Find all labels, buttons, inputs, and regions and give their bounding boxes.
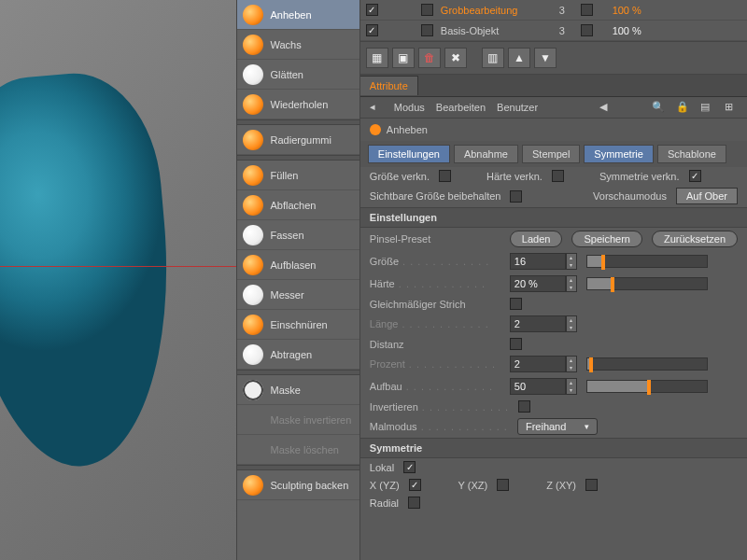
subtab-schablone[interactable]: Schablone — [657, 145, 726, 163]
history-icon[interactable]: ◀ — [599, 101, 613, 114]
checkbox-z-xy[interactable] — [585, 479, 598, 491]
tool-glätten[interactable]: Glätten — [237, 60, 359, 90]
tool-label: Abflachen — [271, 200, 317, 211]
tool-label: Maske — [271, 385, 301, 396]
preview-mode-button[interactable]: Auf Ober — [676, 188, 738, 204]
label-percent: Prozent — [370, 358, 500, 370]
tool-messer[interactable]: Messer — [237, 280, 359, 310]
layer-solo-checkbox[interactable] — [421, 24, 433, 36]
layer-lock-checkbox[interactable] — [581, 24, 593, 36]
size-field[interactable]: ▴▾ — [510, 253, 577, 270]
save-button[interactable]: Speichern — [571, 231, 642, 247]
label-buildup: Aufbau — [370, 381, 500, 392]
tool-wachs[interactable]: Wachs — [237, 30, 359, 60]
tool-abflachen[interactable]: Abflachen — [237, 190, 359, 220]
subtab-abnahme[interactable]: Abnahme — [454, 145, 518, 163]
lock-icon[interactable]: 🔒 — [676, 101, 689, 114]
size-slider[interactable] — [586, 255, 708, 268]
label-z-xy: Z (XY) — [546, 480, 576, 491]
size-row: Größe ▴▾ — [360, 250, 747, 273]
checkbox-y-xz[interactable] — [497, 479, 509, 491]
tool-maske-invertieren[interactable]: Maske invertieren — [237, 405, 359, 435]
tool-aufblasen[interactable]: Aufblasen — [237, 250, 359, 280]
viewport-3d[interactable] — [0, 0, 236, 560]
add-layer-icon[interactable]: ▦ — [366, 48, 388, 68]
subtab-stempel[interactable]: Stempel — [522, 145, 580, 163]
tool-label: Glätten — [271, 69, 303, 80]
menu-bearbeiten[interactable]: Bearbeiten — [436, 102, 486, 113]
settings-icon[interactable]: ▤ — [700, 101, 713, 114]
delete-layer-icon[interactable]: 🗑 — [418, 48, 441, 68]
tool-icon — [243, 165, 263, 186]
checkbox-distance[interactable] — [510, 338, 522, 350]
tool-icon — [243, 255, 263, 275]
checkbox-radial[interactable] — [408, 497, 420, 509]
hardness-slider[interactable] — [586, 277, 708, 290]
prev-icon[interactable]: ◂ — [370, 101, 383, 114]
percent-row: Prozent ▴▾ — [360, 353, 747, 375]
length-field[interactable]: ▴▾ — [510, 315, 577, 332]
subtab-symmetrie[interactable]: Symmetrie — [584, 145, 654, 163]
label-size-link: Größe verkn. — [370, 171, 430, 182]
layer-solo-checkbox[interactable] — [421, 4, 433, 16]
checkbox-keep-visible-size[interactable] — [510, 190, 522, 203]
menu-modus[interactable]: Modus — [394, 102, 425, 113]
layer-row[interactable]: ✓Basis-Objekt3100 % — [360, 21, 747, 41]
subtab-einstellungen[interactable]: Einstellungen — [368, 145, 450, 163]
layer-level: 3 — [551, 25, 573, 36]
load-button[interactable]: Laden — [510, 231, 563, 247]
percent-slider[interactable] — [586, 357, 708, 371]
bake-icon[interactable]: ▥ — [482, 48, 504, 68]
clear-layer-icon[interactable]: ✖ — [444, 48, 467, 68]
tool-label: Maske löschen — [271, 444, 339, 455]
checkbox-invert[interactable] — [518, 400, 530, 413]
hardness-field[interactable]: ▴▾ — [510, 275, 577, 292]
checkbox-hard-link[interactable] — [552, 170, 564, 182]
object-header: Anheben — [360, 119, 747, 141]
percent-field[interactable]: ▴▾ — [510, 356, 577, 372]
tool-icon — [243, 130, 263, 150]
tab-attribute[interactable]: Attribute — [360, 76, 418, 95]
tool-einschnüren[interactable]: Einschnüren — [237, 310, 359, 340]
checkbox-local[interactable]: ✓ — [403, 461, 416, 473]
layer-lock-checkbox[interactable] — [581, 4, 593, 16]
section-einstellungen: Einstellungen — [360, 207, 747, 228]
distance-row: Distanz — [360, 335, 747, 353]
subdivide-up-icon[interactable]: ▲ — [508, 48, 530, 68]
label-x-yz: X (YZ) — [370, 480, 400, 491]
search-icon[interactable]: 🔍 — [652, 101, 665, 114]
expand-icon[interactable]: ⊞ — [725, 101, 738, 114]
tool-wiederholen[interactable]: Wiederholen — [237, 90, 359, 119]
tool-icon — [243, 225, 263, 245]
buildup-slider[interactable] — [586, 380, 708, 393]
subdivide-down-icon[interactable]: ▼ — [534, 48, 557, 68]
checkbox-even-stroke[interactable] — [510, 298, 522, 310]
radial-row: Radial — [360, 494, 747, 511]
layer-visible-checkbox[interactable]: ✓ — [366, 4, 378, 16]
label-size: Größe — [370, 256, 500, 267]
tool-sculpting-backen[interactable]: Sculpting backen — [237, 470, 359, 500]
tool-label: Wiederholen — [271, 99, 329, 110]
checkbox-sym-link[interactable]: ✓ — [689, 170, 701, 182]
tool-radiergummi[interactable]: Radiergummi — [237, 125, 359, 155]
paintmode-select[interactable]: Freihand▾ — [517, 418, 598, 435]
checkbox-size-link[interactable] — [439, 170, 451, 182]
tool-maske-löschen[interactable]: Maske löschen — [237, 435, 359, 465]
menu-benutzer[interactable]: Benutzer — [497, 102, 538, 113]
tool-fassen[interactable]: Fassen — [237, 220, 359, 250]
tool-anheben[interactable]: Anheben — [237, 0, 359, 30]
layer-visible-checkbox[interactable]: ✓ — [366, 24, 378, 36]
label-even-stroke: Gleichmäßiger Strich — [370, 299, 500, 310]
reset-button[interactable]: Zurücksetzen — [652, 231, 738, 247]
add-folder-icon[interactable]: ▣ — [392, 48, 415, 68]
properties-panel: ✓Grobbearbeitung3100 %✓Basis-Objekt3100 … — [360, 0, 747, 560]
checkbox-x-yz[interactable]: ✓ — [409, 479, 421, 491]
layer-row[interactable]: ✓Grobbearbeitung3100 % — [360, 0, 747, 21]
label-length: Länge — [370, 318, 500, 329]
tool-füllen[interactable]: Füllen — [237, 161, 359, 190]
tool-maske[interactable]: Maske — [237, 375, 359, 405]
buildup-field[interactable]: ▴▾ — [510, 378, 577, 395]
tool-abtragen[interactable]: Abtragen — [237, 340, 359, 370]
tool-icon — [243, 344, 263, 365]
layer-name: Grobbearbeitung — [441, 5, 543, 16]
